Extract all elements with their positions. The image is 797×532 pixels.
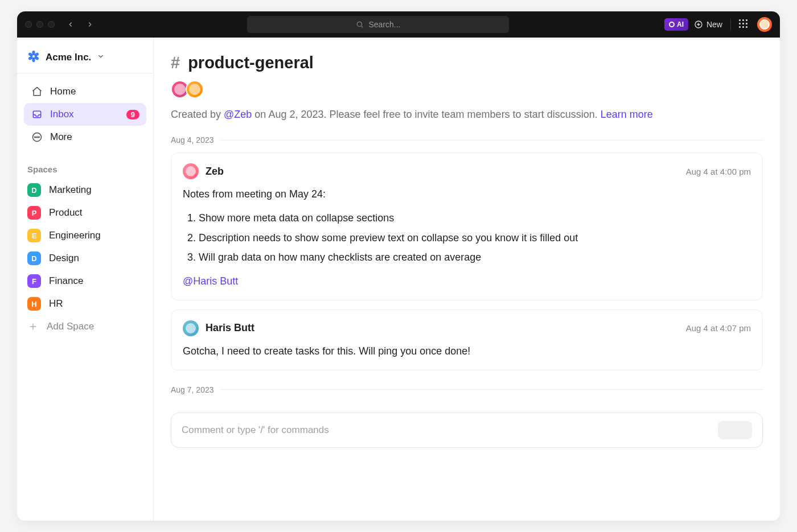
space-icon: H: [27, 297, 41, 311]
space-label: Design: [49, 253, 79, 264]
nav-more[interactable]: More: [24, 126, 146, 149]
space-label: Marketing: [49, 184, 92, 196]
channel-title: # product-general: [171, 53, 763, 72]
workspace-switcher[interactable]: Acme Inc.: [17, 46, 153, 73]
space-icon: E: [27, 229, 41, 242]
titlebar: Search... AI New: [17, 11, 780, 38]
space-item-hr[interactable]: HHR: [17, 292, 153, 315]
plus-circle-icon: [694, 20, 703, 29]
author-name: Zeb: [206, 166, 224, 178]
message-time: Aug 4 at 4:07 pm: [686, 323, 751, 333]
mention-link[interactable]: @Haris Butt: [183, 275, 238, 287]
svg-point-7: [36, 137, 38, 138]
message-card[interactable]: Haris Butt Aug 4 at 4:07 pm Gotcha, I ne…: [171, 310, 763, 370]
app-window: Search... AI New: [17, 11, 780, 521]
search-icon: [356, 20, 364, 28]
search-placeholder: Search...: [368, 20, 400, 29]
space-item-product[interactable]: PProduct: [17, 201, 153, 224]
message-time: Aug 4 at 4:00 pm: [686, 167, 751, 176]
space-icon: D: [27, 183, 41, 197]
space-item-design[interactable]: DDesign: [17, 247, 153, 270]
message-card[interactable]: Zeb Aug 4 at 4:00 pm Notes from meeting …: [171, 152, 763, 300]
spaces-section-label: Spaces: [17, 155, 153, 179]
space-label: Finance: [49, 275, 83, 287]
close-dot[interactable]: [25, 21, 32, 28]
inbox-badge: 9: [126, 110, 139, 119]
space-icon: P: [27, 206, 41, 220]
comment-input[interactable]: [182, 424, 718, 436]
svg-point-8: [39, 137, 40, 138]
ai-icon: [669, 22, 675, 27]
space-label: HR: [49, 298, 63, 310]
ai-button[interactable]: AI: [664, 18, 688, 31]
sidebar: Acme Inc. Home Inbox 9 More Spaces: [17, 38, 154, 521]
space-item-engineering[interactable]: EEngineering: [17, 224, 153, 247]
space-icon: D: [27, 251, 41, 265]
divider: [730, 19, 731, 30]
author-name: Haris Butt: [206, 322, 254, 334]
date-separator: Aug 7, 2023: [171, 385, 763, 394]
nav-home[interactable]: Home: [24, 80, 146, 103]
member-avatar[interactable]: [186, 80, 204, 98]
learn-more-link[interactable]: Learn more: [601, 109, 653, 120]
send-button[interactable]: [718, 421, 752, 439]
titlebar-right: New: [694, 17, 772, 32]
workspace-name: Acme Inc.: [46, 52, 91, 63]
more-icon: [31, 131, 43, 143]
max-dot[interactable]: [48, 21, 55, 28]
author-avatar[interactable]: [183, 163, 199, 179]
comment-composer[interactable]: [171, 413, 763, 448]
message-body: Notes from meeting on May 24: Show more …: [183, 186, 751, 290]
home-icon: [31, 85, 43, 98]
new-button[interactable]: New: [694, 20, 722, 29]
space-item-finance[interactable]: FFinance: [17, 270, 153, 292]
search-input[interactable]: Search...: [247, 16, 509, 33]
min-dot[interactable]: [36, 21, 43, 28]
channel-members[interactable]: [171, 80, 763, 98]
channel-meta: Created by @Zeb on Aug 2, 2023. Please f…: [171, 109, 763, 121]
window-controls[interactable]: [25, 21, 55, 28]
svg-point-0: [358, 22, 362, 26]
author-avatar[interactable]: [183, 320, 199, 336]
forward-button[interactable]: [83, 18, 97, 31]
space-icon: F: [27, 274, 41, 288]
space-label: Engineering: [49, 230, 101, 241]
plus-icon: [27, 321, 39, 332]
svg-point-6: [35, 137, 36, 138]
space-item-marketing[interactable]: DMarketing: [17, 179, 153, 201]
hash-icon: #: [171, 53, 180, 72]
creator-mention[interactable]: @Zeb: [224, 109, 252, 120]
inbox-icon: [31, 108, 43, 121]
message-body: Gotcha, I need to create tasks for this.…: [183, 343, 751, 360]
date-separator: Aug 4, 2023: [171, 135, 763, 145]
user-avatar[interactable]: [757, 17, 772, 32]
main-content: # product-general Created by @Zeb on Aug…: [154, 38, 780, 521]
apps-grid-icon[interactable]: [739, 19, 749, 30]
nav-inbox[interactable]: Inbox 9: [24, 103, 146, 126]
back-button[interactable]: [64, 18, 77, 31]
workspace-logo-icon: [27, 51, 40, 64]
space-label: Product: [49, 207, 83, 218]
chevron-down-icon: [97, 52, 105, 63]
add-space-button[interactable]: Add Space: [17, 315, 153, 338]
svg-line-1: [361, 26, 363, 28]
